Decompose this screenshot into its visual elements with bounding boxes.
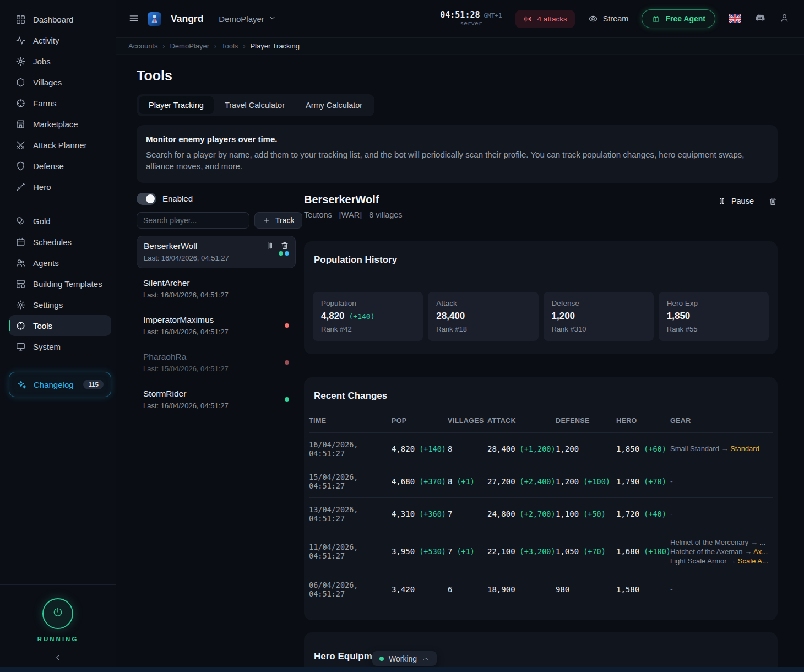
breadcrumb-item[interactable]: DemoPlayer	[170, 42, 209, 50]
cell-delta: (+40)	[644, 510, 666, 518]
status-dot-red	[285, 323, 289, 328]
tracked-player-row[interactable]: BerserkerWolfLast: 16/04/2026, 04:51:27	[137, 236, 296, 268]
tracked-player-row[interactable]: SilentArcherLast: 16/04/2026, 04:51:27	[137, 273, 296, 305]
sidebar-item-changelog[interactable]: Changelog 115	[9, 372, 111, 397]
stream-label: Stream	[603, 14, 629, 23]
detail-villages: 8 villages	[369, 210, 402, 219]
cell-time: 16/04/2026, 04:51:27	[309, 440, 358, 458]
sidebar-item-hero[interactable]: Hero	[9, 176, 111, 197]
incoming-attacks-badge[interactable]: 4 attacks	[515, 10, 575, 28]
stat-value: 1,850	[667, 311, 691, 322]
player-status-dots	[285, 397, 289, 402]
pause-icon	[718, 197, 726, 205]
sidebar-item-label: Jobs	[33, 57, 51, 66]
player-status-dots	[285, 360, 289, 365]
chevron-up-icon	[422, 655, 430, 663]
sparkles-icon	[17, 380, 27, 390]
detail-tribe: Teutons	[304, 210, 332, 219]
sidebar-item-defense[interactable]: Defense	[9, 155, 111, 176]
recent-changes-row: 16/04/2026, 04:51:274,820(+140)828,400(+…	[309, 432, 773, 465]
stat-card-attack: Attack28,400Rank #18	[428, 292, 538, 341]
player-last-scan: Last: 16/04/2026, 04:51:27	[144, 254, 289, 262]
sidebar-collapse-button[interactable]	[53, 653, 62, 664]
sidebar-item-label: Building Templates	[33, 279, 102, 289]
layout-icon	[15, 279, 26, 289]
power-icon	[52, 606, 64, 621]
user-profile-icon[interactable]	[779, 13, 790, 25]
page-content: Tools Player TrackingTravel CalculatorAr…	[116, 55, 804, 672]
account-selector[interactable]: DemoPlayer	[219, 14, 276, 24]
stat-label: Defense	[552, 299, 645, 307]
sidebar-item-label: Villages	[33, 78, 62, 87]
cell-delta: (+2,700)	[520, 510, 556, 518]
sidebar-item-agents[interactable]: Agents	[9, 252, 111, 273]
breadcrumb-item[interactable]: Accounts	[128, 42, 157, 50]
sidebar-item-building-templates[interactable]: Building Templates	[9, 273, 111, 294]
tab-army-calculator[interactable]: Army Calculator	[296, 96, 372, 114]
power-button[interactable]	[42, 598, 73, 629]
tracked-player-row[interactable]: ImperatorMaximusLast: 16/04/2026, 04:51:…	[137, 310, 296, 342]
changelog-badge: 115	[83, 380, 104, 389]
sidebar-item-schedules[interactable]: Schedules	[9, 231, 111, 252]
sidebar-item-dashboard[interactable]: Dashboard	[9, 9, 111, 30]
bottom-strip	[0, 667, 804, 672]
tools-tabs: Player TrackingTravel CalculatorArmy Cal…	[137, 94, 374, 116]
pause-tracking-button[interactable]: Pause	[718, 197, 754, 205]
search-player-input[interactable]	[137, 212, 249, 229]
sidebar-item-gold[interactable]: Gold	[9, 210, 111, 231]
track-button[interactable]: Track	[254, 212, 302, 229]
stat-label: Hero Exp	[667, 299, 760, 307]
trash-icon[interactable]	[280, 241, 289, 250]
sidebar-item-attack-planner[interactable]: Attack Planner	[9, 134, 111, 155]
hamburger-menu-button[interactable]	[128, 13, 139, 25]
enabled-toggle[interactable]	[137, 193, 156, 205]
sidebar-item-villages[interactable]: Villages	[9, 72, 111, 93]
working-status-dot	[379, 657, 384, 661]
working-status-pill[interactable]: Working	[372, 651, 437, 666]
sidebar-item-jobs[interactable]: Jobs	[9, 51, 111, 72]
sidebar-item-label: Tools	[33, 321, 52, 330]
tab-travel-calculator[interactable]: Travel Calculator	[215, 96, 295, 114]
delete-tracking-button[interactable]	[768, 197, 778, 208]
language-flag-uk-icon[interactable]	[729, 14, 741, 23]
player-name: ImperatorMaximus	[143, 315, 289, 325]
discord-icon[interactable]	[754, 12, 766, 26]
cell-value: 1,680	[616, 547, 639, 556]
pause-icon[interactable]	[265, 241, 274, 250]
sidebar-item-activity[interactable]: Activity	[9, 30, 111, 51]
sidebar-item-label: Activity	[33, 36, 59, 45]
stream-button[interactable]: Stream	[588, 14, 629, 24]
column-header-attack: ATTACK	[487, 417, 556, 433]
enabled-label: Enabled	[162, 194, 193, 203]
sidebar-item-label: Hero	[33, 182, 51, 192]
sword-icon	[15, 182, 26, 192]
cell-value: 1,580	[616, 585, 639, 594]
cell-value: 3,420	[392, 585, 415, 594]
free-agent-button[interactable]: Free Agent	[642, 9, 715, 28]
player-status-dots	[279, 251, 289, 256]
server-time: 04:51:28	[440, 10, 480, 20]
sidebar-item-tools[interactable]: Tools	[9, 315, 111, 336]
toggle-knob	[146, 194, 155, 203]
recent-changes-row: 11/04/2026, 04:51:273,950(+530)7(+1)22,1…	[309, 530, 773, 573]
topbar: Vangrd DemoPlayer 04:51:28 GMT+1 server …	[116, 0, 804, 38]
person-icon	[779, 13, 790, 25]
tracked-player-row[interactable]: PharaohRaLast: 15/04/2026, 04:51:27	[137, 346, 296, 379]
sidebar-item-system[interactable]: System	[9, 336, 111, 357]
gear-empty: -	[670, 585, 673, 594]
server-label: server	[460, 20, 482, 27]
sidebar-item-settings[interactable]: Settings	[9, 294, 111, 315]
sidebar-item-farms[interactable]: Farms	[9, 93, 111, 113]
breadcrumb-item[interactable]: Tools	[221, 42, 238, 50]
breadcrumb: Accounts›DemoPlayer›Tools›Player Trackin…	[116, 38, 804, 55]
tracked-player-row[interactable]: StormRiderLast: 16/04/2026, 04:51:27	[137, 383, 296, 416]
stat-label: Attack	[436, 299, 530, 307]
info-body: Search for a player by name, add them to…	[146, 149, 768, 172]
cell-value: 7	[448, 510, 452, 518]
recent-changes-row: 13/04/2026, 04:51:274,310(+360)724,800(+…	[309, 497, 773, 530]
sidebar-item-marketplace[interactable]: Marketplace	[9, 113, 111, 134]
player-name: StormRider	[143, 389, 289, 399]
cell-value: 22,100	[487, 547, 515, 556]
cell-value: 1,200	[556, 477, 579, 486]
tab-player-tracking[interactable]: Player Tracking	[139, 96, 214, 114]
